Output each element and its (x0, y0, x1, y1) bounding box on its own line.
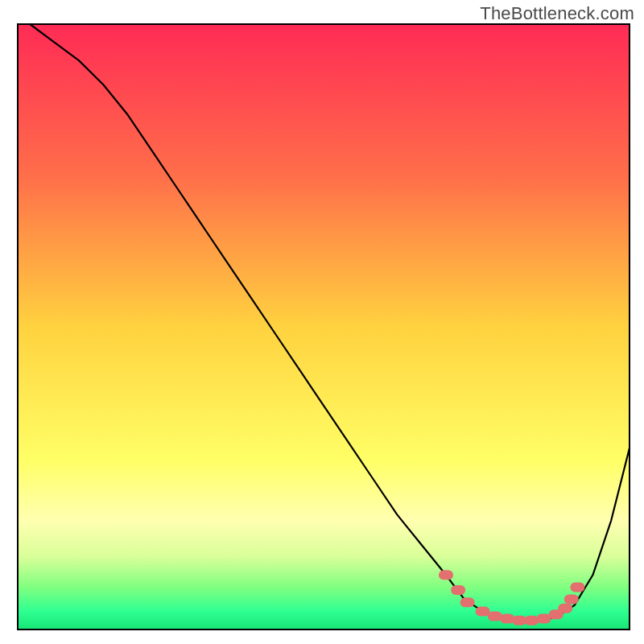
marker-dot (488, 612, 502, 621)
marker-dot (558, 604, 572, 613)
chart-container: TheBottleneck.com (0, 0, 644, 644)
marker-dot (439, 570, 453, 580)
marker-dot (500, 614, 514, 624)
marker-dot (524, 616, 539, 625)
marker-dot (451, 585, 465, 595)
marker-dot (537, 614, 551, 624)
marker-dot (570, 582, 584, 592)
gradient-background (18, 24, 630, 630)
bottleneck-chart (0, 0, 644, 644)
marker-dot (476, 606, 490, 616)
marker-dot (460, 597, 475, 607)
marker-dot (564, 594, 579, 604)
plot-area (18, 24, 630, 630)
watermark-text: TheBottleneck.com (480, 3, 634, 24)
